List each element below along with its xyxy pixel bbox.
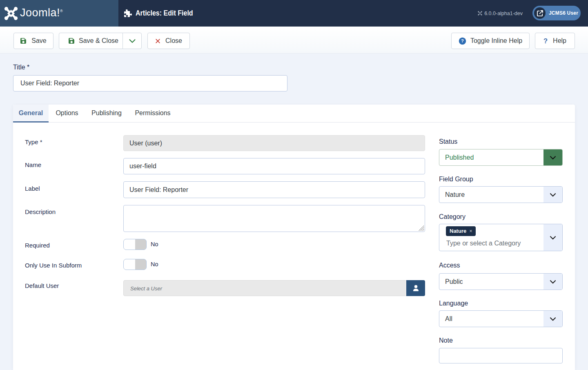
svg-text:?: ? (461, 38, 464, 43)
